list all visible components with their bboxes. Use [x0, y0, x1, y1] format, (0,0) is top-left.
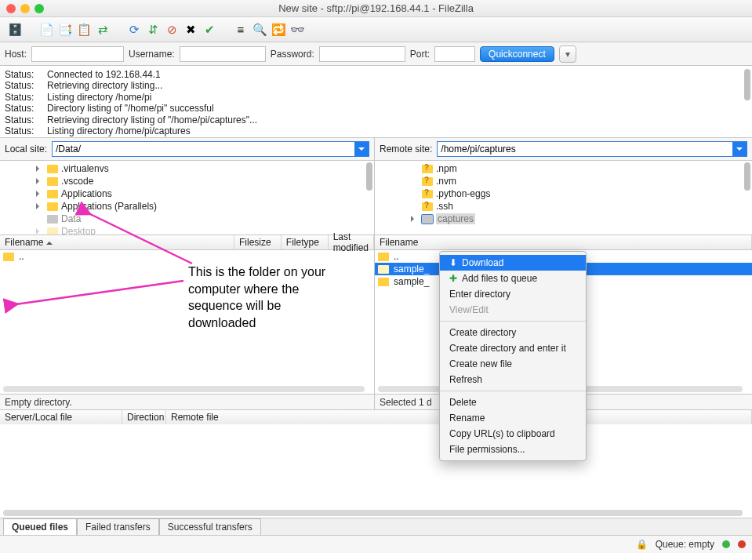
reconnect-icon[interactable]: ✔ [201, 21, 218, 38]
remote-header-filename[interactable]: Filename [375, 235, 752, 249]
ctx-create-directory-enter[interactable]: Create directory and enter it [440, 340, 586, 356]
site-manager-icon[interactable]: 🗄️ [6, 21, 24, 38]
annotation-arrow-2 [9, 251, 190, 316]
ctx-enter-directory[interactable]: Enter directory [440, 286, 586, 302]
ctx-copy-urls[interactable]: Copy URL(s) to clipboard [440, 426, 586, 442]
folder-icon [378, 278, 389, 286]
download-icon: ⬇ [449, 257, 457, 268]
activity-indicator-1 [722, 540, 730, 548]
port-input[interactable] [434, 46, 475, 62]
local-header-modified[interactable]: Last modified [329, 235, 374, 249]
queue-status-text: Queue: empty [656, 539, 714, 550]
ctx-create-new-file[interactable]: Create new file [440, 356, 586, 372]
folder-icon [47, 202, 58, 211]
chevron-down-icon[interactable] [732, 142, 747, 156]
ctx-download[interactable]: ⬇Download [440, 255, 586, 271]
folder-icon [378, 265, 389, 274]
local-tree-scrollbar[interactable] [366, 162, 372, 191]
main-toolbar: 🗄️ 📄 📑 📋 ⇄ ⟳ ⇵ ⊘ ✖ ✔ ≡ 🔍 🔁 👓 [0, 17, 752, 42]
local-status-text: Empty directory. [0, 395, 375, 409]
folder-up-icon [378, 253, 389, 261]
local-site-combobox[interactable]: /Data/ [52, 141, 369, 157]
folder-unknown-icon [422, 165, 433, 173]
toggle-local-tree-icon[interactable]: 📑 [56, 21, 74, 38]
queue-tabs: Queued files Failed transfers Successful… [0, 518, 752, 536]
password-label: Password: [271, 49, 314, 60]
local-header-filetype[interactable]: Filetype [282, 235, 329, 249]
folder-icon [47, 227, 58, 235]
transfer-queue [0, 424, 752, 518]
tab-successful-transfers[interactable]: Successful transfers [159, 518, 261, 535]
toggle-queue-icon[interactable]: ⇄ [94, 21, 111, 38]
local-hscrollbar[interactable] [3, 386, 365, 392]
host-input[interactable] [31, 46, 124, 62]
host-label: Host: [5, 49, 27, 60]
folder-icon [47, 177, 58, 186]
window-title: New site - sftp://pi@192.168.44.1 - File… [0, 2, 752, 14]
parent-dir: .. [394, 251, 399, 262]
ctx-file-permissions[interactable]: File permissions... [440, 442, 586, 457]
svg-line-1 [16, 281, 183, 304]
process-queue-icon[interactable]: ⇵ [144, 21, 162, 38]
quickconnect-button[interactable]: Quickconnect [480, 46, 554, 62]
queue-hscrollbar[interactable] [3, 510, 743, 516]
ctx-add-to-queue[interactable]: ✚Add files to queue [440, 271, 586, 286]
folder-icon [47, 215, 58, 224]
username-input[interactable] [180, 46, 266, 62]
toggle-log-icon[interactable]: 📄 [38, 21, 55, 38]
tab-failed-transfers[interactable]: Failed transfers [77, 518, 159, 535]
local-header-filesize[interactable]: Filesize [234, 235, 282, 249]
toggle-remote-tree-icon[interactable]: 📋 [75, 21, 93, 38]
annotation-text: This is the folder on your computer wher… [188, 264, 345, 331]
lock-icon[interactable]: 🔒 [636, 539, 648, 550]
sync-browse-icon[interactable]: 🔁 [270, 21, 287, 38]
search-icon[interactable]: 🔍 [251, 21, 268, 38]
local-site-label: Local site: [5, 144, 47, 155]
ctx-delete[interactable]: Delete [440, 395, 586, 410]
cancel-icon[interactable]: ⊘ [163, 21, 180, 38]
folder-unknown-icon [422, 177, 433, 186]
folder-icon [47, 190, 58, 198]
context-menu: ⬇Download ✚Add files to queue Enter dire… [439, 251, 587, 461]
log-text: Connected to 192.168.44.1 [47, 69, 161, 80]
ctx-separator [440, 391, 586, 391]
ctx-rename[interactable]: Rename [440, 410, 586, 426]
remote-site-combobox[interactable]: /home/pi/captures [437, 141, 747, 157]
refresh-icon[interactable]: ⟳ [125, 21, 143, 38]
message-log: Status:Connected to 192.168.44.1 Status:… [0, 66, 752, 138]
window-titlebar: New site - sftp://pi@192.168.44.1 - File… [0, 0, 752, 17]
folder-unknown-icon [422, 202, 433, 211]
quickconnect-history-dropdown[interactable]: ▾ [559, 45, 576, 63]
filter-icon[interactable]: ≡ [232, 21, 249, 38]
folder-unknown-icon [422, 190, 433, 198]
chevron-down-icon[interactable] [354, 142, 369, 156]
disconnect-icon[interactable]: ✖ [182, 21, 199, 38]
folder-icon [422, 215, 433, 224]
queue-header-direction[interactable]: Direction [122, 410, 166, 424]
add-queue-icon: ✚ [449, 273, 457, 284]
quickconnect-bar: Host: Username: Password: Port: Quickcon… [0, 42, 752, 66]
remote-site-label: Remote site: [380, 144, 432, 155]
queue-header-serverlocal[interactable]: Server/Local file [0, 410, 122, 424]
remote-site-path: /home/pi/captures [441, 144, 515, 155]
ctx-create-directory[interactable]: Create directory [440, 325, 586, 340]
ctx-separator [440, 321, 586, 322]
compare-icon[interactable]: 👓 [289, 21, 306, 38]
ctx-refresh[interactable]: Refresh [440, 372, 586, 387]
remote-tree-scrollbar[interactable] [744, 162, 750, 191]
tab-queued-files[interactable]: Queued files [3, 518, 77, 535]
folder-icon [47, 165, 58, 173]
ctx-view-edit: View/Edit [440, 302, 586, 318]
log-label: Status: [5, 69, 39, 80]
remote-directory-tree[interactable]: .npm .nvm .python-eggs .ssh captures [375, 161, 752, 235]
log-scrollbar[interactable] [744, 69, 750, 100]
activity-indicator-2 [738, 540, 746, 548]
username-label: Username: [129, 49, 175, 60]
local-site-path: /Data/ [56, 144, 81, 155]
port-label: Port: [410, 49, 430, 60]
status-bar: 🔒 Queue: empty [0, 536, 752, 553]
password-input[interactable] [319, 46, 405, 62]
